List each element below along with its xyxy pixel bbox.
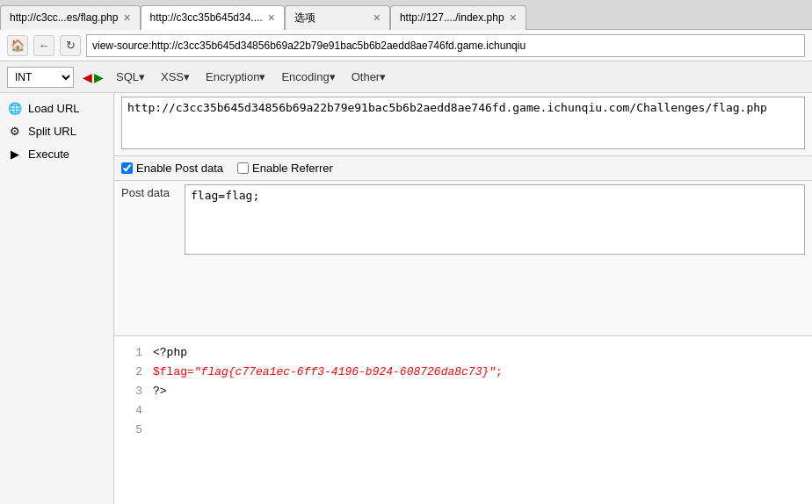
code-text-2: $flag="flag{c77ea1ec-6ff3-4196-b924-6087… <box>153 363 503 382</box>
sidebar-item-split-url[interactable]: ⚙ Split URL <box>0 119 113 142</box>
tab-4-close[interactable]: × <box>510 11 517 25</box>
url-area: http://c3cc35b645d34856b69a22b79e91bac5b… <box>114 93 812 156</box>
arrow-right-button[interactable]: ▶ <box>94 70 104 84</box>
code-line-1: 1 <?php <box>128 343 798 363</box>
sidebar-label-load-url: Load URL <box>28 102 80 115</box>
sidebar-item-load-url[interactable]: 🌐 Load URL <box>0 97 113 119</box>
main-content: 🌐 Load URL ⚙ Split URL ▶ Execute http://… <box>0 93 812 504</box>
encryption-menu[interactable]: Encryption▾ <box>202 68 269 85</box>
line-num-3: 3 <box>128 382 142 401</box>
address-input[interactable] <box>86 34 805 57</box>
enable-post-data-label[interactable]: Enable Post data <box>121 162 223 175</box>
tab-4-title: http://127..../index.php <box>400 11 504 24</box>
tab-3-close[interactable]: × <box>373 11 381 25</box>
enable-post-data-checkbox[interactable] <box>121 162 133 174</box>
tab-3-title: 选项 <box>294 11 368 25</box>
back-button[interactable]: ← <box>33 35 54 56</box>
tab-1-close[interactable]: × <box>123 11 130 25</box>
address-bar: 🏠 ← ↻ <box>0 30 812 61</box>
sidebar-item-execute[interactable]: ▶ Execute <box>0 142 113 165</box>
tab-1[interactable]: http://c3cc...es/flag.php × <box>0 5 141 30</box>
enable-referrer-text: Enable Referrer <box>252 162 333 175</box>
line-num-4: 4 <box>128 401 142 421</box>
code-text-3: ?> <box>153 382 167 401</box>
enable-referrer-checkbox[interactable] <box>237 162 249 174</box>
line-num-1: 1 <box>128 343 142 363</box>
code-line-3: 3 ?> <box>128 382 798 401</box>
enable-post-data-text: Enable Post data <box>136 162 223 175</box>
type-select[interactable]: INT STRING FLOAT <box>7 67 74 88</box>
encoding-menu[interactable]: Encoding▾ <box>278 68 338 85</box>
post-data-area: Post data flag=flag; <box>114 181 812 335</box>
toolbar: INT STRING FLOAT ◀ ▶ SQL▾ XSS▾ Encryptio… <box>0 61 812 93</box>
home-button[interactable]: 🏠 <box>7 35 28 56</box>
tab-2[interactable]: http://c3cc35b645d34.... × <box>141 5 285 30</box>
load-url-icon: 🌐 <box>7 100 23 116</box>
code-line-4: 4 <box>128 401 798 421</box>
tab-1-title: http://c3cc...es/flag.php <box>10 11 118 24</box>
enable-referrer-label[interactable]: Enable Referrer <box>237 162 333 175</box>
url-input[interactable]: http://c3cc35b645d34856b69a22b79e91bac5b… <box>121 97 805 149</box>
code-line-5: 5 <box>128 421 798 440</box>
code-output: 1 <?php 2 $flag="flag{c77ea1ec-6ff3-4196… <box>114 335 812 505</box>
post-data-input[interactable]: flag=flag; <box>185 184 805 255</box>
arrow-left-button[interactable]: ◀ <box>83 70 92 84</box>
right-panel: http://c3cc35b645d34856b69a22b79e91bac5b… <box>114 93 812 504</box>
sidebar: 🌐 Load URL ⚙ Split URL ▶ Execute <box>0 93 114 504</box>
execute-icon: ▶ <box>7 146 23 162</box>
sidebar-label-split-url: Split URL <box>28 125 76 138</box>
code-line-2: 2 $flag="flag{c77ea1ec-6ff3-4196-b924-60… <box>128 363 798 382</box>
sql-menu[interactable]: SQL▾ <box>112 68 149 85</box>
refresh-button[interactable]: ↻ <box>60 35 81 56</box>
tab-2-close[interactable]: × <box>268 11 275 25</box>
tab-4[interactable]: http://127..../index.php × <box>390 5 526 30</box>
options-row: Enable Post data Enable Referrer <box>114 156 812 181</box>
arrow-buttons: ◀ ▶ <box>83 70 104 84</box>
tab-3[interactable]: 选项 × <box>285 5 390 30</box>
other-menu[interactable]: Other▾ <box>348 68 390 85</box>
xss-menu[interactable]: XSS▾ <box>157 68 193 85</box>
sidebar-label-execute: Execute <box>28 148 69 161</box>
line-num-5: 5 <box>128 421 142 440</box>
tab-2-title: http://c3cc35b645d34.... <box>150 11 263 24</box>
tab-bar: http://c3cc...es/flag.php × http://c3cc3… <box>0 0 812 30</box>
code-text-1: <?php <box>153 343 187 363</box>
split-url-icon: ⚙ <box>7 123 23 139</box>
post-data-label: Post data <box>114 181 185 205</box>
line-num-2: 2 <box>128 363 142 382</box>
